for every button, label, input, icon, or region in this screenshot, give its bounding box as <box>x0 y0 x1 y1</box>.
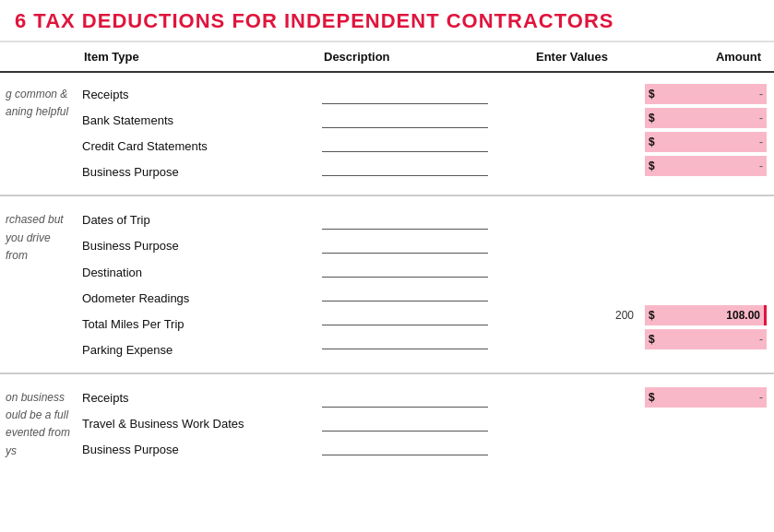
page-title: 6 TAX DEDUCTIONS FOR INDEPENDENT CONTRAC… <box>15 9 759 33</box>
amount-value: 108.00 <box>726 309 760 322</box>
list-item: Odometer Readings <box>78 286 318 312</box>
amount-spacer <box>645 209 767 230</box>
desc-line <box>322 209 488 230</box>
section-2-items: Dates of Trip Business Purpose Destinati… <box>78 207 318 363</box>
list-item: Total Miles Per Trip <box>78 312 318 337</box>
section-2-amounts: $ 108.00 $ - <box>641 207 770 363</box>
desc-line <box>322 305 488 325</box>
amount-cell: $ - <box>645 132 767 152</box>
section-1-amounts: $ - $ - $ - $ - <box>641 82 770 185</box>
list-item: Business Purpose <box>78 160 318 185</box>
amount-value: - <box>759 160 763 172</box>
dollar-sign: $ <box>649 333 655 346</box>
section-2-descriptions <box>318 207 503 363</box>
amount-spacer <box>645 257 767 278</box>
dollar-sign: $ <box>649 391 655 404</box>
miles-value: 200 <box>612 303 637 327</box>
desc-line <box>322 329 488 349</box>
desc-line <box>322 387 488 408</box>
list-item: Parking Expense <box>78 337 318 363</box>
desc-line <box>322 281 488 301</box>
desc-line <box>322 84 488 104</box>
desc-line <box>322 108 488 128</box>
amount-value: - <box>759 88 763 100</box>
section-2-left-text: rchased but you drive from <box>0 207 78 266</box>
section-3-left-text: on business ould be a full evented from … <box>0 385 78 462</box>
desc-line <box>322 132 488 152</box>
section-1: g common & aning helpful Receipts Bank S… <box>0 73 774 196</box>
desc-line <box>322 233 488 254</box>
list-item: Dates of Trip <box>78 207 318 233</box>
amount-value: - <box>759 136 763 148</box>
col-header-empty <box>0 48 78 65</box>
section-3-items: Receipts Travel & Business Work Dates Bu… <box>78 385 318 463</box>
section-1-descriptions <box>318 82 503 185</box>
amount-spacer <box>645 411 767 432</box>
col-header-description: Description <box>318 48 503 65</box>
dollar-sign: $ <box>649 88 655 100</box>
amount-spacer <box>645 281 767 301</box>
list-item: Destination <box>78 260 318 286</box>
amount-cell: $ - <box>645 84 767 104</box>
section-1-items: Receipts Bank Statements Credit Card Sta… <box>78 82 318 185</box>
section-2: rchased but you drive from Dates of Trip… <box>0 196 774 374</box>
section-1-values <box>503 82 641 185</box>
desc-line <box>322 411 488 432</box>
list-item: Business Purpose <box>78 233 318 259</box>
col-header-amount: Amount <box>641 48 770 65</box>
section-3-values <box>503 385 641 463</box>
section-2-values: 200 <box>503 207 641 363</box>
amount-value: - <box>759 333 763 346</box>
list-item: Travel & Business Work Dates <box>78 411 318 437</box>
amount-cell: $ - <box>645 108 767 128</box>
section-1-left-text: g common & aning helpful <box>0 82 78 123</box>
desc-line <box>322 435 488 455</box>
section-3-amounts: $ - <box>641 385 770 463</box>
amount-cell-parking: $ - <box>645 329 767 349</box>
list-item: Bank Statements <box>78 108 318 134</box>
section-3-descriptions <box>318 385 503 463</box>
list-item: Receipts <box>78 82 318 108</box>
dollar-sign: $ <box>649 160 655 172</box>
amount-value: - <box>759 391 763 404</box>
list-item: Credit Card Statements <box>78 134 318 160</box>
amount-value: - <box>759 112 763 124</box>
col-header-enter-values: Enter Values <box>503 48 641 65</box>
dollar-sign: $ <box>649 136 655 148</box>
amount-cell-receipts: $ - <box>645 387 767 408</box>
amount-cell: $ - <box>645 156 767 176</box>
table-header: Item Type Description Enter Values Amoun… <box>0 42 774 73</box>
amount-cell-total-miles: $ 108.00 <box>645 305 767 325</box>
list-item: Business Purpose <box>78 437 318 463</box>
header: 6 TAX DEDUCTIONS FOR INDEPENDENT CONTRAC… <box>0 0 774 42</box>
desc-line <box>322 156 488 176</box>
desc-line <box>322 257 488 278</box>
amount-spacer <box>645 233 767 254</box>
col-header-item-type: Item Type <box>78 48 318 65</box>
dollar-sign: $ <box>649 112 655 124</box>
dollar-sign: $ <box>649 309 655 322</box>
amount-spacer <box>645 435 767 455</box>
list-item: Receipts <box>78 385 318 411</box>
section-3: on business ould be a full evented from … <box>0 374 774 472</box>
